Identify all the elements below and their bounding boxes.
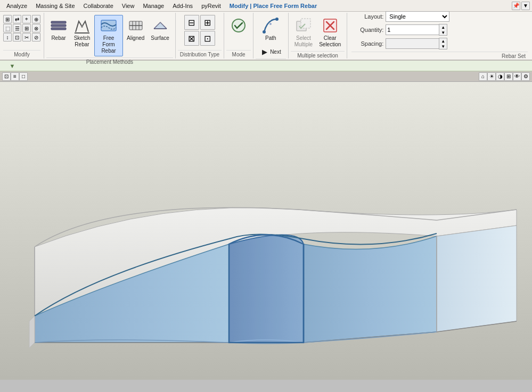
multiple-selection-buttons: SelectMultiple ClearSelection [291, 13, 345, 51]
path-buttons: Path ▶ Next [256, 13, 286, 59]
modify-btn-3[interactable]: ↕ [3, 33, 12, 41]
spacing-row: Spacing: ▲ ▼ [351, 38, 528, 49]
view-control-bar: ⊡ ≡ □ ⌂ ☀ ◑ ⊞ 👁 ⚙ [0, 71, 532, 82]
distribution-buttons: ⊟ ⊞ ⊠ ⊡ [183, 13, 216, 50]
free-form-rebar-label: Free FormRebar [97, 35, 120, 54]
menu-massing[interactable]: Massing & Site [31, 2, 79, 10]
view-model-icon[interactable]: □ [19, 72, 28, 81]
dist-type-2[interactable]: ⊞ [200, 15, 215, 30]
path-label: Path [265, 35, 276, 41]
menu-analyze[interactable]: Analyze [2, 2, 31, 10]
view-shadow-icon[interactable]: ◑ [496, 72, 504, 81]
dist-type-1[interactable]: ⊟ [184, 15, 199, 30]
modify-btn-9[interactable]: ✂ [22, 33, 31, 41]
path-button[interactable]: Path [257, 15, 284, 44]
ribbon-group-multiple-selection: SelectMultiple ClearSelection Multiple s… [289, 13, 348, 59]
view-crop-icon[interactable]: ⊞ [504, 72, 513, 81]
placement-buttons: Rebar SketchRebar [46, 13, 173, 57]
menu-collaborate[interactable]: Collaborate [79, 2, 118, 10]
select-multiple-icon [295, 17, 312, 34]
layout-select[interactable]: Single Fixed Number Maximum Spacing Mini… [386, 11, 449, 22]
modify-col-3: ⌖ ⊞ ✂ [22, 15, 31, 49]
sketch-rebar-icon [73, 17, 91, 34]
view-detail-icon[interactable]: ≡ [11, 72, 19, 81]
rebar-set-group-label: Rebar Set [351, 52, 528, 60]
view-render-icon[interactable]: ⚙ [521, 72, 530, 81]
ribbon-expand-icon[interactable]: ▼ [521, 2, 530, 10]
modify-col-2: ⇄ ☰ ⊡ [13, 15, 21, 49]
view-house-icon[interactable]: ⌂ [479, 72, 487, 81]
view-hide-icon[interactable]: 👁 [513, 72, 521, 81]
modify-btn-7[interactable]: ⌖ [22, 15, 31, 23]
modify-btn-12[interactable]: ⊘ [32, 33, 40, 41]
modify-col-4: ⊕ ⊗ ⊘ [32, 15, 40, 49]
surface-label: Surface [151, 35, 169, 41]
modify-btn-6[interactable]: ⊡ [13, 33, 21, 41]
spacing-down[interactable]: ▼ [439, 44, 447, 49]
surface-icon [152, 17, 169, 34]
free-form-rebar-button[interactable]: Free FormRebar [94, 15, 123, 56]
menu-bar: Analyze Massing & Site Collaborate View … [0, 0, 532, 12]
ribbon-pin-icon[interactable]: 📌 [512, 2, 520, 10]
svg-point-13 [275, 18, 279, 21]
context-expander[interactable]: ▼ [9, 62, 16, 70]
modify-top-row: ⊞ ⬚ ↕ ⇄ ☰ ⊡ ⌖ ⊞ ✂ ⊕ ⊗ ⊘ [3, 14, 40, 50]
view-sun-icon[interactable]: ☀ [487, 72, 496, 81]
modify-btn-8[interactable]: ⊞ [22, 24, 31, 32]
ribbon-group-rebar-set: Layout: Single Fixed Number Maximum Spac… [347, 13, 532, 59]
modify-col-1: ⊞ ⬚ ↕ [3, 15, 12, 49]
view-scale-icon[interactable]: ⊡ [2, 72, 11, 81]
quantity-label: Quantity: [351, 27, 383, 33]
modify-btn-4[interactable]: ⇄ [13, 15, 21, 23]
modify-btn-11[interactable]: ⊗ [32, 24, 40, 32]
ribbon-group-modify: ⊞ ⬚ ↕ ⇄ ☰ ⊡ ⌖ ⊞ ✂ ⊕ ⊗ ⊘ [0, 13, 44, 59]
ribbon-group-placement: Rebar SketchRebar [44, 13, 176, 59]
quantity-up[interactable]: ▲ [439, 24, 447, 30]
rebar-button[interactable]: Rebar [47, 15, 70, 44]
spacing-up[interactable]: ▲ [439, 38, 447, 44]
spacing-input[interactable] [386, 38, 439, 49]
quantity-row: Quantity: ▲ ▼ [351, 24, 528, 36]
menu-active-tab[interactable]: Modify | Place Free Form Rebar [225, 2, 321, 10]
menu-pyrevit[interactable]: pyRevit [197, 2, 225, 10]
menu-view[interactable]: View [118, 2, 139, 10]
quantity-down[interactable]: ▼ [439, 30, 447, 35]
spacing-label: Spacing: [351, 40, 383, 47]
placement-group-label: Placement Methods [46, 57, 173, 66]
viewport[interactable] [0, 82, 532, 392]
ribbon-group-path: Path ▶ Next [253, 13, 289, 59]
quantity-arrows: ▲ ▼ [439, 24, 447, 36]
svg-point-12 [263, 30, 266, 34]
modify-btn-1[interactable]: ⊞ [3, 15, 12, 23]
distribution-group-label: Distribution Type [178, 50, 222, 59]
aligned-button[interactable]: Aligned [124, 15, 147, 44]
modify-btn-5[interactable]: ☰ [13, 24, 21, 32]
dist-type-4[interactable]: ⊡ [200, 31, 215, 46]
viewport-svg [0, 82, 532, 380]
svg-point-11 [232, 19, 245, 32]
modify-group-label: Modify [3, 50, 40, 57]
sketch-rebar-button[interactable]: SketchRebar [71, 15, 93, 50]
aligned-label: Aligned [127, 35, 144, 41]
svg-point-14 [269, 23, 272, 25]
next-icon: ▶ [260, 47, 269, 56]
svg-rect-1 [51, 24, 66, 27]
menu-manage[interactable]: Manage [138, 2, 168, 10]
mode-group-label: Mode [226, 50, 251, 59]
quantity-input[interactable] [386, 24, 439, 35]
clear-selection-icon [322, 17, 339, 34]
ribbon-group-mode: Mode [224, 13, 253, 59]
select-multiple-button[interactable]: SelectMultiple [292, 15, 315, 50]
surface-button[interactable]: Surface [148, 15, 171, 44]
rebar-label: Rebar [51, 35, 66, 41]
next-button[interactable]: ▶ Next [257, 46, 285, 57]
spacing-arrows: ▲ ▼ [439, 38, 447, 49]
sketch-rebar-label: SketchRebar [74, 35, 91, 48]
modify-btn-2[interactable]: ⬚ [3, 24, 12, 32]
mode-finish-button[interactable] [227, 15, 250, 37]
clear-selection-button[interactable]: ClearSelection [316, 15, 343, 50]
dist-type-3[interactable]: ⊠ [184, 31, 199, 46]
modify-btn-10[interactable]: ⊕ [32, 15, 40, 23]
menu-addins[interactable]: Add-Ins [168, 2, 197, 10]
select-multiple-label: SelectMultiple [294, 35, 313, 48]
